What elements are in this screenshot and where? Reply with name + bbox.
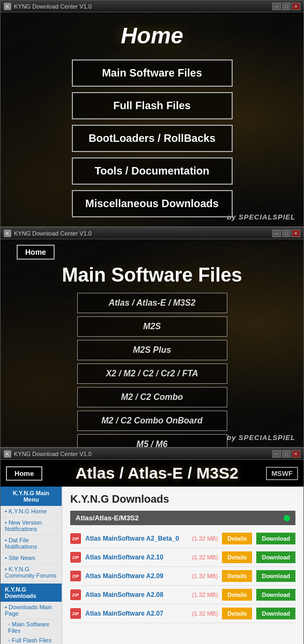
msf-title: Main Software Files (17, 264, 287, 286)
details-button-0[interactable]: Details (222, 533, 252, 544)
download-button-2[interactable]: Download (256, 570, 295, 582)
atlas-window-content: Home Atlas / Atlas-E / M3S2 MSWF K.Y.N.G… (1, 460, 303, 644)
download-row-2: ZIP Atlas MainSoftware A2.09 (1.32 MB) D… (70, 567, 295, 586)
details-button-3[interactable]: Details (222, 589, 252, 601)
window-msf: K KYNG Download Center V1.0 ─ □ ✕ Home M… (0, 227, 304, 448)
m2s-plus-button[interactable]: M2S Plus (77, 340, 227, 360)
atlas-main-heading: K.Y.N.G Downloads (70, 493, 295, 505)
close-button[interactable]: ✕ (292, 3, 300, 10)
download-button-3[interactable]: Download (256, 589, 295, 601)
sidebar-main-software[interactable]: Main Software Files (1, 619, 62, 635)
download-row-4: ZIP Atlas MainSoftware A2.07 (1.32 MB) D… (70, 604, 295, 623)
file-size-1: (1.32 MB) (192, 554, 218, 560)
file-name-0: Atlas MainSoftware A2_Beta_0 (85, 535, 188, 542)
atlas-main-content: K.Y.N.G Downloads Atlas/Atlas-E/M3S2 ZIP… (62, 487, 303, 644)
home-title: Home (121, 23, 183, 49)
main-software-files-button[interactable]: Main Software Files (72, 59, 233, 87)
titlebar-msf-text: KYNG Download Center V1.0 (14, 230, 92, 237)
titlebar-msf: K KYNG Download Center V1.0 ─ □ ✕ (1, 228, 303, 239)
titlebar-home: K KYNG Download Center V1.0 ─ □ ✕ (1, 1, 303, 12)
maximize-button-msf[interactable]: □ (282, 230, 291, 237)
file-icon-1: ZIP (70, 552, 81, 563)
maximize-button[interactable]: □ (282, 3, 291, 10)
file-icon-4: ZIP (70, 608, 81, 619)
file-name-2: Atlas MainSoftware A2.09 (85, 572, 188, 580)
atlas-sidebar: K.Y.N.G Main Menu K.Y.N.G Home New Versi… (1, 487, 62, 644)
file-icon-0: ZIP (70, 533, 81, 544)
tools-documentation-button[interactable]: Tools / Documentation (72, 157, 233, 185)
m5-m6-button[interactable]: M5 / M6 (77, 434, 227, 447)
download-button-1[interactable]: Download (256, 551, 295, 563)
download-row-3: ZIP Atlas MainSoftware A2.08 (1.32 MB) D… (70, 586, 295, 604)
atlas-body: K.Y.N.G Main Menu K.Y.N.G Home New Versi… (1, 487, 303, 644)
full-flash-files-button[interactable]: Full Flash Files (72, 92, 233, 119)
file-name-1: Atlas MainSoftware A2.10 (85, 554, 188, 561)
m2-c2-combo-button[interactable]: M2 / C2 Combo (77, 387, 227, 407)
download-button-4[interactable]: Download (256, 608, 295, 619)
close-button-msf[interactable]: ✕ (292, 230, 300, 237)
x2-m2-c2-button[interactable]: X2 / M2 / C2 / Cr2 / FTA (77, 363, 227, 384)
home-breadcrumb-msf[interactable]: Home (17, 245, 55, 260)
sidebar-kyng-home[interactable]: K.Y.N.G Home (1, 506, 62, 517)
details-button-1[interactable]: Details (222, 551, 252, 563)
sidebar-main-menu-header: K.Y.N.G Main Menu (1, 487, 62, 506)
atlas-title: Atlas / Atlas-E / M3S2 (48, 464, 266, 482)
file-icon-3: ZIP (70, 589, 81, 600)
app-icon-msf: K (4, 230, 11, 237)
mswf-badge: MSWF (266, 467, 298, 480)
window-controls-atlas: ─ □ ✕ (272, 450, 300, 458)
sidebar-full-flash[interactable]: Full Flash Files (1, 635, 62, 644)
titlebar-atlas: K KYNG Download Center V1.0 ─ □ ✕ (1, 448, 303, 460)
home-background: Home Main Software Files Full Flash File… (1, 12, 303, 226)
download-row-1: ZIP Atlas MainSoftware A2.10 (1.32 MB) D… (70, 548, 295, 567)
window-atlas: K KYNG Download Center V1.0 ─ □ ✕ Home A… (0, 448, 304, 644)
atlas-button[interactable]: Atlas / Atlas-E / M3S2 (77, 293, 227, 313)
window-controls-msf: ─ □ ✕ (272, 230, 300, 237)
msf-content: Home Main Software Files Atlas / Atlas-E… (1, 239, 303, 447)
sidebar-community[interactable]: K.Y.N.G Community Forums (1, 564, 62, 581)
file-icon-2: ZIP (70, 571, 81, 581)
minimize-button-atlas[interactable]: ─ (272, 450, 281, 458)
app-icon: K (4, 3, 11, 10)
msf-background: Home Main Software Files Atlas / Atlas-E… (1, 239, 303, 447)
titlebar-home-text: KYNG Download Center V1.0 (14, 3, 92, 10)
minimize-button[interactable]: ─ (272, 3, 281, 10)
maximize-button-atlas[interactable]: □ (282, 450, 291, 458)
details-button-2[interactable]: Details (222, 570, 252, 582)
m2-c2-combo-onboard-button[interactable]: M2 / C2 Combo OnBoard (77, 411, 227, 431)
window-controls: ─ □ ✕ (272, 3, 300, 10)
window-home: K KYNG Download Center V1.0 ─ □ ✕ Home M… (0, 0, 304, 227)
file-size-0: (1.32 MB) (192, 535, 218, 542)
app-icon-atlas: K (4, 450, 11, 458)
miscellaneous-downloads-button[interactable]: Miscellaneous Downloads (72, 190, 233, 217)
section-row-header: Atlas/Atlas-E/M3S2 (70, 511, 295, 525)
download-button-0[interactable]: Download (256, 533, 295, 544)
file-name-4: Atlas MainSoftware A2.07 (85, 610, 188, 617)
minimize-button-msf[interactable]: ─ (272, 230, 281, 237)
m2s-button[interactable]: M2S (77, 316, 227, 337)
file-size-3: (1.32 MB) (192, 592, 218, 598)
atlas-home-button[interactable]: Home (6, 466, 42, 481)
file-size-2: (1.32 MB) (192, 573, 218, 579)
atlas-topbar: Home Atlas / Atlas-E / M3S2 MSWF (1, 460, 303, 487)
section-label: Atlas/Atlas-E/M3S2 (76, 514, 139, 522)
bootloaders-rollbacks-button[interactable]: BootLoaders / RollBacks (72, 125, 233, 152)
sidebar-downloads-main[interactable]: Downloads Main Page (1, 602, 62, 619)
green-status-dot (284, 515, 290, 521)
sidebar-dat-file[interactable]: Dat File Notifications (1, 535, 62, 552)
file-name-3: Atlas MainSoftware A2.08 (85, 591, 188, 598)
close-button-atlas[interactable]: ✕ (292, 450, 300, 458)
sidebar-site-news[interactable]: Site News (1, 552, 62, 564)
home-content: Home Main Software Files Full Flash File… (1, 12, 303, 226)
sidebar-new-version[interactable]: New Version Notifications (1, 517, 62, 535)
details-button-4[interactable]: Details (222, 608, 252, 619)
sidebar-downloads-header: K.Y.N.G Downloads (1, 584, 62, 602)
file-size-4: (1.32 MB) (192, 610, 218, 617)
download-row-0: ZIP Atlas MainSoftware A2_Beta_0 (1.32 M… (70, 529, 295, 548)
titlebar-atlas-text: KYNG Download Center V1.0 (14, 451, 92, 457)
